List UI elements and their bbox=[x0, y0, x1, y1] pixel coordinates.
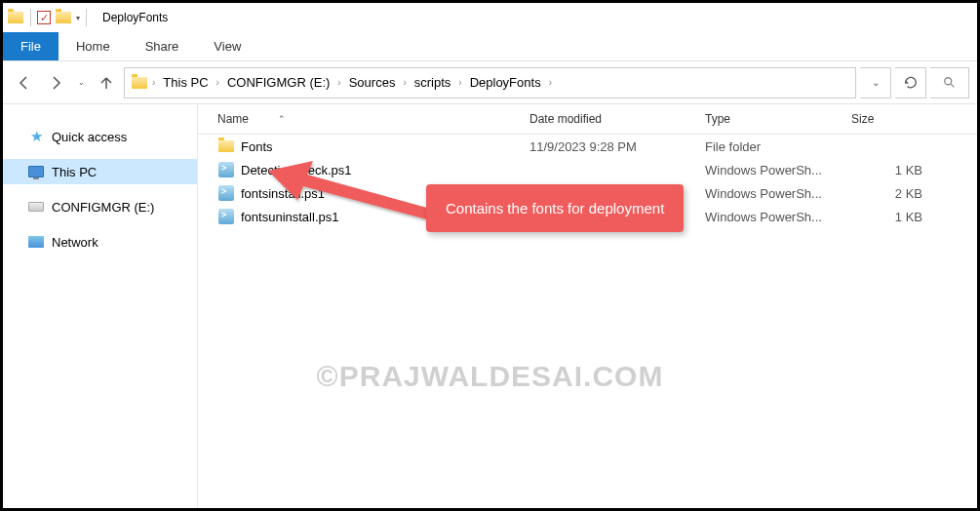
file-date: 11/9/2023 9:28 PM bbox=[529, 139, 705, 154]
refresh-button[interactable] bbox=[895, 67, 926, 98]
tab-home[interactable]: Home bbox=[59, 33, 128, 59]
file-type: Windows PowerSh... bbox=[705, 186, 851, 201]
address-bar[interactable]: › This PC › CONFIGMGR (E:) › Sources › s… bbox=[124, 67, 856, 98]
annotation-arrow bbox=[258, 151, 444, 229]
sidebar-item-label: This PC bbox=[52, 165, 97, 179]
column-header-type[interactable]: Type bbox=[705, 112, 851, 126]
powershell-icon bbox=[217, 208, 235, 225]
pc-icon bbox=[28, 164, 44, 179]
titlebar: ✓ ▾ DeployFonts bbox=[3, 3, 977, 32]
tab-view[interactable]: View bbox=[196, 33, 258, 59]
sort-indicator-icon: ⌃ bbox=[278, 114, 286, 124]
column-header-date[interactable]: Date modified bbox=[529, 112, 705, 126]
breadcrumb-item[interactable]: This PC bbox=[159, 73, 212, 92]
drive-icon bbox=[28, 199, 44, 215]
network-icon bbox=[28, 234, 44, 250]
folder-icon bbox=[131, 74, 148, 92]
chevron-right-icon[interactable]: › bbox=[215, 77, 221, 88]
chevron-right-icon[interactable]: › bbox=[335, 77, 342, 88]
annotation-callout: Contains the fonts for deployment bbox=[426, 184, 684, 232]
checkbox-icon[interactable]: ✓ bbox=[37, 11, 51, 24]
address-dropdown[interactable]: ⌄ bbox=[860, 67, 891, 98]
back-button[interactable] bbox=[11, 69, 38, 97]
chevron-right-icon[interactable]: › bbox=[456, 77, 463, 88]
breadcrumb-item[interactable]: CONFIGMGR (E:) bbox=[223, 73, 333, 92]
separator bbox=[86, 9, 87, 26]
file-size: 2 KB bbox=[851, 186, 961, 201]
navigation-row: ⌄ › This PC › CONFIGMGR (E:) › Sources ›… bbox=[3, 61, 977, 104]
qat-dropdown[interactable]: ▾ bbox=[76, 14, 80, 22]
sidebar-item-quick-access[interactable]: ★ Quick access bbox=[3, 124, 197, 149]
folder-icon bbox=[217, 138, 235, 155]
forward-button[interactable] bbox=[42, 69, 69, 97]
separator bbox=[30, 9, 31, 26]
folder-icon bbox=[55, 9, 72, 26]
svg-point-0 bbox=[944, 77, 951, 84]
file-type: Windows PowerSh... bbox=[705, 210, 851, 224]
file-size: 1 KB bbox=[851, 210, 961, 224]
column-header-name[interactable]: Name⌃ bbox=[217, 112, 529, 126]
breadcrumb-item[interactable]: scripts bbox=[411, 73, 455, 92]
folder-icon bbox=[7, 9, 24, 26]
chevron-right-icon[interactable]: › bbox=[401, 77, 408, 88]
column-header-size[interactable]: Size bbox=[851, 112, 961, 126]
powershell-icon bbox=[217, 161, 235, 178]
recent-dropdown[interactable]: ⌄ bbox=[73, 69, 89, 97]
main-area: ★ Quick access This PC CONFIGMGR (E:) Ne… bbox=[3, 104, 977, 508]
file-type: File folder bbox=[705, 139, 851, 154]
sidebar-item-this-pc[interactable]: This PC bbox=[3, 159, 197, 184]
up-button[interactable] bbox=[93, 69, 120, 97]
file-type: Windows PowerSh... bbox=[705, 163, 851, 177]
search-input[interactable] bbox=[930, 67, 969, 98]
powershell-icon bbox=[217, 184, 235, 202]
file-tab[interactable]: File bbox=[3, 32, 59, 60]
sidebar-item-label: Network bbox=[52, 235, 98, 250]
tab-share[interactable]: Share bbox=[128, 33, 197, 59]
sidebar-item-drive[interactable]: CONFIGMGR (E:) bbox=[3, 194, 197, 219]
breadcrumb-item[interactable]: DeployFonts bbox=[466, 73, 545, 92]
star-icon: ★ bbox=[28, 129, 44, 144]
chevron-right-icon[interactable]: › bbox=[547, 77, 554, 88]
sidebar-item-label: CONFIGMGR (E:) bbox=[52, 200, 154, 215]
sidebar-item-network[interactable]: Network bbox=[3, 229, 197, 255]
file-size: 1 KB bbox=[851, 163, 961, 177]
ribbon: File Home Share View bbox=[3, 32, 977, 61]
window-title: DeployFonts bbox=[102, 11, 168, 24]
navigation-pane: ★ Quick access This PC CONFIGMGR (E:) Ne… bbox=[3, 104, 198, 508]
sidebar-item-label: Quick access bbox=[52, 130, 127, 144]
column-headers: Name⌃ Date modified Type Size bbox=[198, 104, 977, 135]
breadcrumb-item[interactable]: Sources bbox=[345, 73, 400, 92]
chevron-right-icon[interactable]: › bbox=[150, 77, 157, 88]
